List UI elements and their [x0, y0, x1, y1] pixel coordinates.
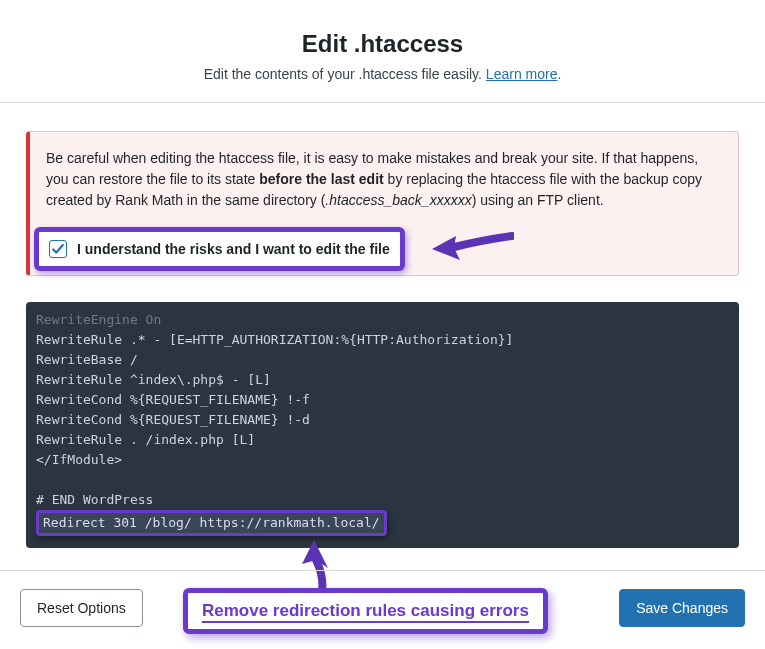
code-line: </IfModule> — [36, 450, 729, 470]
code-line: RewriteBase / — [36, 350, 729, 370]
highlighted-code-line: Redirect 301 /blog/ https://rankmath.loc… — [36, 510, 387, 536]
code-line: RewriteRule .* - [E=HTTP_AUTHORIZATION:%… — [36, 330, 729, 350]
callout-annotation: Remove redirection rules causing errors — [183, 588, 548, 634]
code-line: RewriteEngine On — [36, 310, 729, 330]
code-line — [36, 470, 729, 490]
page-header: Edit .htaccess Edit the contents of your… — [0, 0, 765, 102]
arrow-right-icon — [432, 230, 514, 268]
code-line: RewriteRule ^index\.php$ - [L] — [36, 370, 729, 390]
reset-button[interactable]: Reset Options — [20, 589, 143, 627]
code-line: RewriteCond %{REQUEST_FILENAME} !-f — [36, 390, 729, 410]
check-icon — [51, 242, 65, 256]
footer-bar: Reset Options Save Changes Remove redire… — [0, 570, 765, 645]
consent-label: I understand the risks and I want to edi… — [77, 241, 390, 257]
divider — [0, 102, 765, 103]
code-line: RewriteRule . /index.php [L] — [36, 430, 729, 450]
warning-text: Be careful when editing the htaccess fil… — [46, 148, 722, 211]
page-title: Edit .htaccess — [20, 30, 745, 58]
learn-more-link[interactable]: Learn more — [486, 66, 558, 82]
save-button[interactable]: Save Changes — [619, 589, 745, 627]
code-line: # END WordPress — [36, 490, 729, 510]
consent-checkbox[interactable] — [49, 240, 67, 258]
warning-panel: Be careful when editing the htaccess fil… — [26, 131, 739, 276]
page-subtitle: Edit the contents of your .htaccess file… — [20, 66, 745, 82]
htaccess-editor[interactable]: RewriteEngine On RewriteRule .* - [E=HTT… — [26, 302, 739, 548]
consent-highlight: I understand the risks and I want to edi… — [34, 227, 405, 271]
code-line: RewriteCond %{REQUEST_FILENAME} !-d — [36, 410, 729, 430]
